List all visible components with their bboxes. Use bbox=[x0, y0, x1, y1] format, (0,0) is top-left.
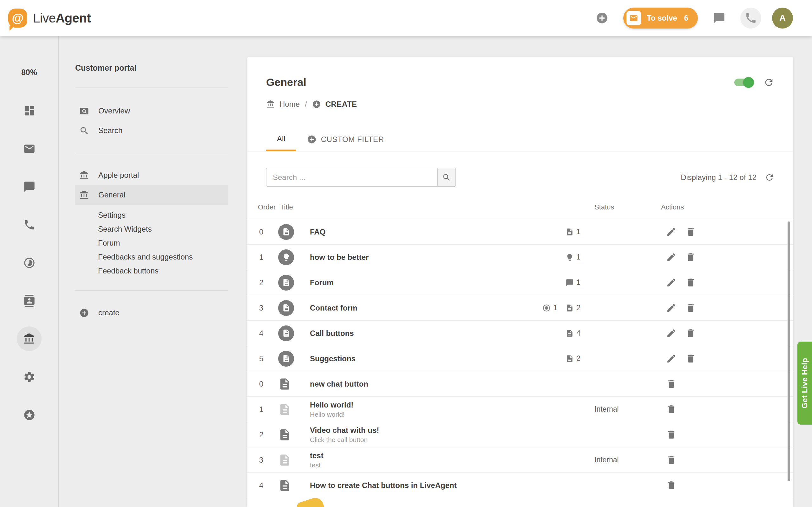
bulb-icon bbox=[565, 253, 574, 262]
doc-icon bbox=[278, 403, 292, 416]
avatar[interactable]: A bbox=[772, 8, 793, 29]
displaying-count: Displaying 1 - 12 of 12 bbox=[681, 173, 757, 182]
delete-button[interactable] bbox=[686, 353, 696, 364]
breadcrumb-home[interactable]: Home bbox=[280, 100, 300, 109]
badge-count: 1 bbox=[553, 303, 557, 312]
edit-button[interactable] bbox=[666, 353, 676, 364]
delete-button[interactable] bbox=[686, 227, 696, 237]
bulb-icon bbox=[282, 253, 291, 262]
rail-item-time[interactable] bbox=[17, 250, 42, 275]
row-actions bbox=[660, 455, 793, 465]
trash-icon bbox=[666, 429, 676, 440]
row-status: Internal bbox=[593, 405, 660, 413]
pencil-icon bbox=[666, 252, 676, 262]
sidebar-item-overview[interactable]: Overview bbox=[75, 101, 229, 121]
count-badge: 2 bbox=[565, 354, 580, 363]
to-solve-button[interactable]: To solve 6 bbox=[623, 8, 698, 29]
row-title[interactable]: Video chat with us! bbox=[310, 426, 536, 435]
sidebar-divider bbox=[75, 153, 229, 153]
edit-button[interactable] bbox=[666, 252, 676, 262]
rail-item-gamification[interactable] bbox=[17, 402, 42, 427]
search-input[interactable] bbox=[266, 168, 438, 187]
edit-button[interactable] bbox=[666, 302, 676, 313]
sidebar-item-general[interactable]: General bbox=[75, 185, 229, 205]
get-live-help-tab[interactable]: Get Live Help bbox=[798, 342, 812, 425]
sidebar-item-search[interactable]: Search bbox=[75, 121, 229, 140]
table-row: 0new chat button bbox=[247, 372, 793, 397]
rail-item-contacts[interactable] bbox=[17, 288, 42, 313]
tab-bar: All CUSTOM FILTER bbox=[247, 128, 793, 152]
tab-all[interactable]: All bbox=[266, 128, 296, 151]
row-title[interactable]: Hello world! bbox=[310, 400, 536, 409]
row-order: 2 bbox=[258, 430, 278, 439]
table-row: 2Forum1 bbox=[247, 270, 793, 295]
rail-item-tickets[interactable] bbox=[17, 136, 42, 161]
delete-button[interactable] bbox=[666, 480, 676, 491]
row-title[interactable]: Call buttons bbox=[310, 329, 536, 338]
row-title[interactable]: test bbox=[310, 451, 536, 460]
delete-button[interactable] bbox=[686, 277, 696, 288]
to-solve-count: 6 bbox=[684, 14, 688, 22]
delete-button[interactable] bbox=[666, 379, 676, 389]
edit-button[interactable] bbox=[666, 277, 676, 288]
sidebar-item-label: create bbox=[98, 308, 119, 317]
tab-custom-filter[interactable]: CUSTOM FILTER bbox=[296, 128, 395, 151]
rail-item-chats[interactable] bbox=[17, 174, 42, 199]
row-order: 1 bbox=[258, 253, 278, 262]
general-portal-card: General Home / CREATE All CUSTOM FILTER … bbox=[247, 57, 793, 507]
row-title[interactable]: FAQ bbox=[310, 228, 536, 236]
delete-button[interactable] bbox=[686, 252, 696, 262]
doc-icon bbox=[565, 329, 574, 337]
row-actions bbox=[660, 252, 793, 262]
delete-button[interactable] bbox=[666, 404, 676, 414]
search-button[interactable] bbox=[438, 168, 456, 187]
sidebar-item-apple-portal[interactable]: Apple portal bbox=[75, 165, 229, 185]
row-title[interactable]: how to be better bbox=[310, 253, 536, 262]
row-icon-cell bbox=[278, 300, 310, 316]
portal-active-toggle[interactable] bbox=[734, 78, 753, 86]
row-title-cell: Hello world!Hello world! bbox=[310, 400, 536, 418]
add-new-button[interactable] bbox=[592, 8, 612, 29]
row-order: 3 bbox=[258, 456, 278, 464]
row-title[interactable]: How to create Chat buttons in LiveAgent bbox=[310, 481, 536, 490]
sidebar-item-settings[interactable]: Settings bbox=[75, 208, 229, 222]
row-title-cell: how to be better bbox=[310, 253, 536, 262]
sidebar-item-search-widgets[interactable]: Search Widgets bbox=[75, 222, 229, 236]
delete-button[interactable] bbox=[666, 429, 676, 440]
breadcrumb: Home / CREATE bbox=[247, 89, 793, 109]
doc-icon bbox=[278, 479, 292, 492]
badge-count: 1 bbox=[576, 228, 580, 236]
row-order: 5 bbox=[258, 354, 278, 363]
row-title-cell: new chat button bbox=[310, 380, 536, 389]
rail-item-dashboard[interactable] bbox=[17, 98, 42, 123]
rail-item-customer-portal[interactable] bbox=[17, 326, 42, 351]
row-title[interactable]: Suggestions bbox=[310, 354, 536, 363]
edit-button[interactable] bbox=[666, 227, 676, 237]
home-portal-icon bbox=[266, 100, 275, 109]
search-icon bbox=[442, 173, 451, 182]
delete-button[interactable] bbox=[686, 328, 696, 338]
pencil-icon bbox=[666, 277, 676, 288]
sidebar-item-label: Settings bbox=[98, 211, 125, 220]
row-title[interactable]: new chat button bbox=[310, 380, 536, 389]
rail-item-calls[interactable] bbox=[17, 212, 42, 237]
refresh-button[interactable] bbox=[763, 77, 774, 88]
refresh-list-button[interactable] bbox=[765, 173, 774, 182]
rail-item-settings[interactable] bbox=[17, 364, 42, 389]
row-actions bbox=[660, 302, 793, 313]
row-title[interactable]: Contact form bbox=[310, 303, 536, 313]
article-avatar bbox=[278, 351, 294, 367]
sidebar-item-create[interactable]: create bbox=[75, 303, 229, 323]
sidebar-item-feedback-buttons[interactable]: Feedback buttons bbox=[75, 264, 229, 278]
edit-button[interactable] bbox=[666, 328, 676, 338]
sidebar-divider bbox=[75, 290, 229, 291]
sidebar-item-feedbacks-and-suggestions[interactable]: Feedbacks and suggestions bbox=[75, 250, 229, 264]
chats-button[interactable] bbox=[709, 8, 729, 29]
row-title[interactable]: Forum bbox=[310, 278, 536, 287]
sidebar-item-forum[interactable]: Forum bbox=[75, 236, 229, 250]
delete-button[interactable] bbox=[666, 455, 676, 465]
table-scrollbar[interactable] bbox=[788, 222, 790, 481]
liveagent-logo[interactable]: @ LiveAgent bbox=[8, 9, 91, 27]
calls-button[interactable] bbox=[740, 8, 761, 29]
delete-button[interactable] bbox=[686, 302, 696, 313]
